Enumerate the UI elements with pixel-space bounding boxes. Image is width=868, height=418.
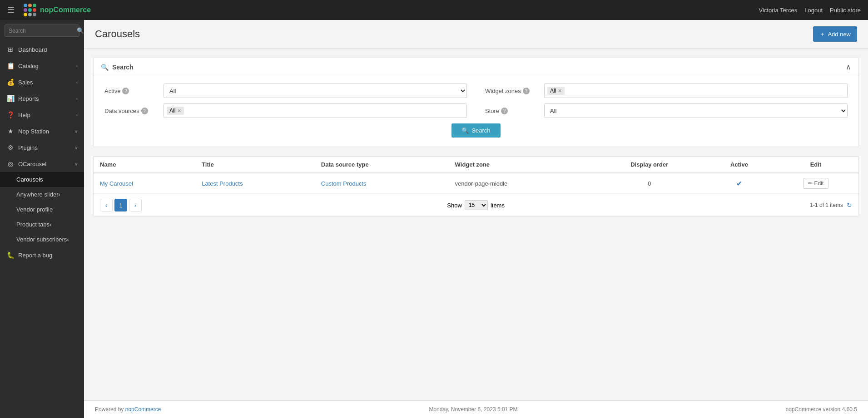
search-btn-label: Search <box>471 127 490 134</box>
td-data-source-type: Custom Products <box>315 173 449 194</box>
sidebar-item-nop-station[interactable]: ★ Nop Station ∨ <box>0 123 84 139</box>
edit-button[interactable]: ✏ Edit <box>803 178 829 189</box>
logo-dot-6 <box>33 8 36 12</box>
carousel-title-link[interactable]: Latest Products <box>202 180 243 187</box>
search-form-row-2: Data sources ? All ✕ <box>104 103 848 118</box>
search-button[interactable]: 🔍 Search <box>451 123 500 138</box>
logo-dot-3 <box>33 4 36 7</box>
active-help-icon[interactable]: ? <box>122 88 129 94</box>
table-panel: Name Title Data source type Widget zone … <box>93 156 859 216</box>
sidebar-item-help[interactable]: ❓ Help ‹ <box>0 107 84 123</box>
prev-page-button[interactable]: ‹ <box>100 199 113 211</box>
refresh-button[interactable]: ↻ <box>847 202 852 209</box>
sidebar-item-dashboard[interactable]: ⊞ Dashboard <box>0 41 84 58</box>
pagination-info: 1-1 of 1 items ↻ <box>810 202 852 209</box>
store-label-text: Store <box>485 108 499 114</box>
sidebar-item-reports[interactable]: 📊 Reports ‹ <box>0 90 84 107</box>
sidebar-item-vendor-subscribers[interactable]: Vendor subscribers ‹ <box>0 232 84 247</box>
sidebar-item-label: Plugins <box>18 144 71 151</box>
search-icon: 🔍 <box>101 64 109 71</box>
search-panel-body: Active ? All Active only Inactive only <box>94 76 858 147</box>
reports-icon: 📊 <box>6 95 15 102</box>
sidebar-item-label: OCarousel <box>18 161 71 167</box>
data-sources-tag-text: All <box>169 108 175 114</box>
public-store-link[interactable]: Public store <box>830 7 861 14</box>
page-title: Carousels <box>95 28 140 40</box>
search-btn-icon: 🔍 <box>461 127 469 134</box>
widget-zones-tag-remove[interactable]: ✕ <box>558 88 562 94</box>
chevron-icon: ∨ <box>74 145 78 150</box>
logo-text: nopCommerce <box>40 6 91 14</box>
th-name: Name <box>94 157 195 173</box>
show-select[interactable]: 10 15 25 50 100 <box>465 200 488 210</box>
th-title: Title <box>195 157 315 173</box>
widget-zones-label-text: Widget zones <box>485 88 521 94</box>
collapse-icon[interactable]: ∧ <box>846 63 851 71</box>
carousel-data-source-link[interactable]: Custom Products <box>321 180 367 187</box>
ocarousel-icon: ◎ <box>6 160 15 167</box>
logo-dots <box>24 4 36 16</box>
nop-station-icon: ★ <box>6 128 15 135</box>
main-content: Carousels ＋ Add new 🔍 Search ∧ <box>84 20 868 418</box>
active-label-text: Active <box>104 88 120 94</box>
data-sources-input[interactable]: All ✕ <box>164 103 467 118</box>
footer-center: Monday, November 6, 2023 5:01 PM <box>429 406 517 413</box>
store-help-icon[interactable]: ? <box>501 108 508 114</box>
sidebar-item-label: Dashboard <box>18 46 78 53</box>
sidebar-item-sales[interactable]: 💰 Sales ‹ <box>0 74 84 90</box>
sidebar-item-product-tabs[interactable]: Product tabs ‹ <box>0 217 84 232</box>
th-display-order: Display order <box>593 157 705 173</box>
sidebar-item-carousels[interactable]: Carousels <box>0 172 84 187</box>
chevron-icon: ∨ <box>74 129 78 134</box>
active-select[interactable]: All Active only Inactive only <box>164 84 467 98</box>
td-widget-zone: vendor-page-middle <box>449 173 594 194</box>
carousel-name-link[interactable]: My Carousel <box>100 180 133 187</box>
td-edit: ✏ Edit <box>773 173 858 194</box>
pagination-info-text: 1-1 of 1 items <box>810 202 843 208</box>
hamburger-icon[interactable]: ☰ <box>7 5 15 15</box>
page-1-button[interactable]: 1 <box>114 199 127 211</box>
search-panel-header[interactable]: 🔍 Search ∧ <box>94 58 858 76</box>
sidebar-item-vendor-profile[interactable]: Vendor profile <box>0 202 84 217</box>
show-label: Show <box>447 202 462 209</box>
table-footer: ‹ 1 › Show 10 15 25 50 100 items <box>94 194 858 216</box>
chevron-icon: ‹ <box>67 236 69 243</box>
active-form-group: Active ? All Active only Inactive only <box>104 84 467 98</box>
next-page-button[interactable]: › <box>129 199 142 211</box>
data-sources-label-text: Data sources <box>104 108 139 114</box>
footer-right: nopCommerce version 4.60.5 <box>786 406 857 413</box>
items-label: items <box>491 202 505 209</box>
sidebar-item-anywhere-slider[interactable]: Anywhere slider ‹ <box>0 187 84 202</box>
show-items: Show 10 15 25 50 100 items <box>447 200 505 210</box>
widget-zones-form-group: Widget zones ? All ✕ <box>485 84 848 98</box>
th-active: Active <box>705 157 773 173</box>
sidebar-item-catalog[interactable]: 📋 Catalog ‹ <box>0 58 84 74</box>
sales-icon: 💰 <box>6 79 15 86</box>
add-new-button[interactable]: ＋ Add new <box>813 26 857 42</box>
sidebar-item-report-a-bug[interactable]: 🐛 Report a bug <box>0 247 84 263</box>
content-area: 🔍 Search ∧ Active ? All <box>84 49 868 226</box>
dashboard-icon: ⊞ <box>6 46 15 53</box>
sidebar-item-plugins[interactable]: ⚙ Plugins ∨ <box>0 139 84 156</box>
logout-link[interactable]: Logout <box>804 7 823 14</box>
page-footer: Powered by nopCommerce Monday, November … <box>84 400 868 418</box>
username: Victoria Terces <box>759 7 798 14</box>
table-header-row: Name Title Data source type Widget zone … <box>94 157 858 173</box>
store-select[interactable]: All <box>544 103 848 118</box>
powered-by-link[interactable]: nopCommerce <box>125 406 161 413</box>
data-sources-help-icon[interactable]: ? <box>141 108 148 114</box>
widget-zones-help-icon[interactable]: ? <box>523 88 530 94</box>
app-body: 🔍 ⊞ Dashboard 📋 Catalog ‹ 💰 Sales ‹ 📊 Re… <box>0 20 868 418</box>
data-sources-tag-remove[interactable]: ✕ <box>177 108 181 114</box>
plus-icon: ＋ <box>819 30 825 38</box>
sidebar-search-box[interactable]: 🔍 <box>5 25 79 37</box>
sidebar-item-label: Reports <box>18 95 73 102</box>
th-widget-zone: Widget zone <box>449 157 594 173</box>
logo-dot-2 <box>28 4 32 7</box>
sidebar-item-ocarousel[interactable]: ◎ OCarousel ∨ <box>0 156 84 172</box>
sidebar-search-input[interactable] <box>9 28 77 34</box>
widget-zones-input[interactable]: All ✕ <box>544 84 848 98</box>
logo-dot-9 <box>33 13 36 16</box>
sidebar: 🔍 ⊞ Dashboard 📋 Catalog ‹ 💰 Sales ‹ 📊 Re… <box>0 20 84 418</box>
td-display-order: 0 <box>593 173 705 194</box>
